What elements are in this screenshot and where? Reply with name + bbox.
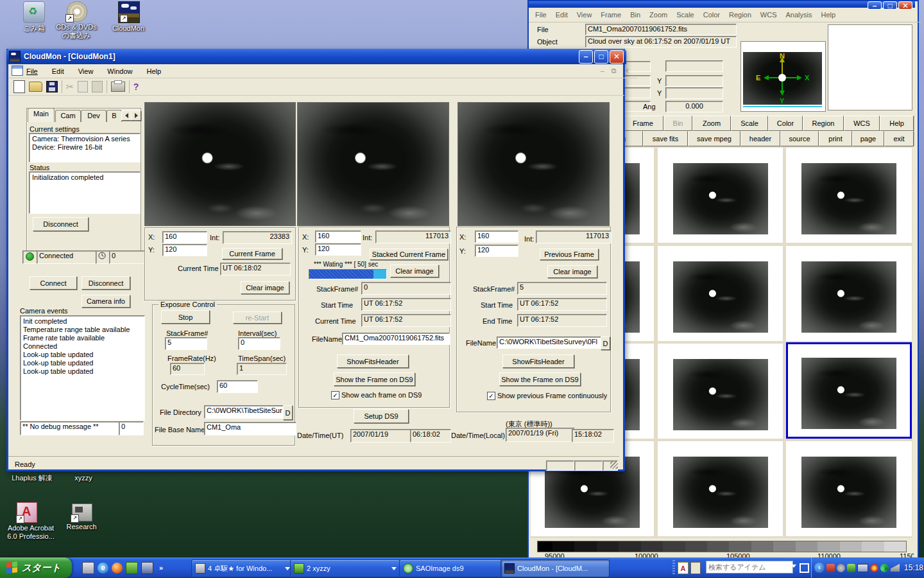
- previous-frame-image[interactable]: [458, 102, 610, 226]
- setup-ds9-button[interactable]: Setup DS9: [354, 409, 409, 423]
- task-button-ds9[interactable]: SAOImage ds9: [399, 559, 503, 577]
- internet-explorer-icon[interactable]: e: [98, 563, 108, 574]
- search-option-icon[interactable]: [800, 563, 809, 573]
- stacked-show-frame-ds9-button[interactable]: Show the Frame on DS9: [334, 372, 415, 386]
- current-clear-image-button[interactable]: Clear image: [241, 281, 289, 294]
- close-button[interactable]: ✕: [610, 50, 624, 64]
- paste-icon[interactable]: [92, 81, 103, 92]
- flower-app-icon[interactable]: [870, 564, 878, 572]
- mail-app-icon[interactable]: [82, 562, 94, 574]
- search-input[interactable]: [706, 561, 793, 574]
- file-directory-input[interactable]: C:\0WORK\TibetSiteSur: [204, 405, 286, 419]
- ds9-page-button[interactable]: page: [852, 131, 884, 146]
- disconnect-button[interactable]: Disconnect: [81, 276, 130, 290]
- touchpad-icon[interactable]: [857, 564, 868, 572]
- tab-scroll-left-button[interactable]: [121, 110, 132, 121]
- cycletime-input[interactable]: 60: [217, 380, 258, 393]
- restart-button[interactable]: re-Start: [233, 311, 282, 324]
- current-frame-image[interactable]: [144, 102, 296, 226]
- task-button-takkun[interactable]: 4 卓駆★ for Windo...: [191, 559, 294, 577]
- current-frame-button[interactable]: Current Frame: [222, 248, 282, 259]
- menu-file[interactable]: File: [26, 67, 38, 75]
- help-icon[interactable]: ?: [133, 82, 139, 92]
- stacked-x-input[interactable]: 160: [315, 231, 361, 243]
- ds9-color-button[interactable]: Color: [768, 116, 803, 131]
- resize-grip[interactable]: [610, 461, 618, 469]
- stacked-clear-image-button[interactable]: Clear image: [390, 265, 439, 277]
- frame-thumbnail[interactable]: [658, 344, 783, 439]
- menu-scale[interactable]: Scale: [676, 11, 694, 19]
- save-icon[interactable]: [46, 81, 58, 92]
- ds9-titlebar[interactable]: – □ ✕: [529, 1, 915, 8]
- file-base-name-input[interactable]: CM1_Oma: [204, 422, 296, 435]
- stacked-current-frame-button[interactable]: Stacked Current Frame: [370, 249, 448, 260]
- tab-dev[interactable]: Dev: [81, 110, 107, 122]
- open-file-icon[interactable]: [29, 82, 42, 92]
- frame-thumbnail[interactable]: [786, 148, 912, 243]
- task-button-xyzzy[interactable]: 2 xyzzy: [290, 559, 400, 577]
- menu-help[interactable]: Help: [821, 11, 836, 19]
- stacked-filename-input[interactable]: CM1_Oma20070119061752.fits: [342, 333, 450, 345]
- frame-thumbnail[interactable]: [786, 441, 912, 536]
- ds9-bin-button[interactable]: Bin: [663, 116, 692, 131]
- ds9-exit-button[interactable]: exit: [884, 131, 914, 146]
- frame-thumbnail[interactable]: [658, 246, 783, 341]
- menu-zoom[interactable]: Zoom: [649, 11, 667, 19]
- ds9-header-button[interactable]: header: [740, 131, 780, 146]
- print-icon[interactable]: [111, 82, 125, 92]
- ds9-print-button[interactable]: print: [819, 131, 852, 146]
- camera-info-button[interactable]: Camera info: [81, 295, 130, 308]
- camera-events-list[interactable]: Init completed Temperature range table a…: [20, 315, 145, 421]
- document-tray-icon[interactable]: [690, 562, 701, 574]
- previous-filename-input[interactable]: C:\0WORK\TibetSiteSurvey\0Fl: [497, 337, 604, 349]
- exposure-stackframe-input[interactable]: 5: [165, 337, 207, 350]
- quick-launch-overflow-chevron[interactable]: »: [159, 564, 163, 572]
- copy-icon[interactable]: [78, 81, 88, 92]
- wireless-disconnected-icon[interactable]: [891, 564, 900, 572]
- tab-cam[interactable]: Cam: [55, 110, 81, 122]
- directory-browse-button[interactable]: D: [283, 405, 293, 420]
- menu-view[interactable]: View: [577, 11, 592, 19]
- ds9-save-mpeg-button[interactable]: save mpeg: [688, 131, 740, 146]
- ds9-help-button[interactable]: Help: [880, 116, 914, 131]
- stacked-showfitsheader-button[interactable]: ShowFitsHeader: [337, 355, 409, 368]
- volume-muted-icon[interactable]: [837, 564, 845, 572]
- maximize-button[interactable]: □: [594, 50, 608, 64]
- menu-edit[interactable]: Edit: [52, 67, 64, 75]
- acrobat-tray-icon[interactable]: A: [678, 562, 689, 574]
- plant-utility-icon[interactable]: [847, 564, 855, 572]
- xyzzy-app-icon[interactable]: [126, 562, 138, 574]
- tab-scroll-right-button[interactable]: [131, 110, 141, 121]
- menu-help[interactable]: Help: [146, 67, 161, 75]
- search-dropdown-icon[interactable]: [791, 565, 796, 568]
- previous-show-frame-ds9-button[interactable]: Show the Frame on DS9: [499, 372, 581, 386]
- start-button[interactable]: スタート: [0, 557, 72, 578]
- current-x-input[interactable]: 160: [162, 231, 207, 243]
- menu-color[interactable]: Color: [703, 11, 720, 19]
- desktop-icon-xyzzy[interactable]: xyzzy: [64, 474, 103, 482]
- menu-wcs[interactable]: WCS: [760, 11, 777, 19]
- frame-thumbnail[interactable]: [658, 148, 783, 243]
- ds9-source-button[interactable]: source: [780, 131, 819, 146]
- menu-region[interactable]: Region: [729, 11, 751, 19]
- language-bar-collapse-icon[interactable]: ‹: [814, 563, 825, 573]
- new-file-icon[interactable]: [13, 80, 25, 93]
- security-shield-icon[interactable]: [826, 564, 835, 572]
- antivirus-icon[interactable]: [880, 564, 889, 572]
- ds9-save-fits-button[interactable]: save fits: [643, 131, 688, 146]
- previous-showfitsheader-button[interactable]: ShowFitsHeader: [502, 355, 574, 368]
- previous-clear-image-button[interactable]: Clear image: [547, 265, 597, 278]
- ds9-wcs-button[interactable]: WCS: [844, 116, 880, 131]
- menu-file[interactable]: File: [535, 11, 547, 19]
- interval-input[interactable]: 0: [238, 337, 280, 350]
- previous-directory-button[interactable]: D: [601, 337, 610, 350]
- frame-thumbnail[interactable]: [658, 441, 783, 536]
- cloudmon-titlebar[interactable]: CloudMon - [CloudMon1] – □ ✕: [6, 49, 626, 64]
- disconnect-tab-button[interactable]: Disconnect: [33, 217, 89, 231]
- desktop-icon-lhaplus[interactable]: Lhaplus 解凍: [3, 474, 62, 482]
- show-each-frame-checkbox[interactable]: ✓: [331, 391, 339, 399]
- ds9-scale-button[interactable]: Scale: [731, 116, 768, 131]
- previous-x-input[interactable]: 160: [475, 231, 518, 243]
- stop-button[interactable]: Stop: [161, 310, 210, 324]
- menu-frame[interactable]: Frame: [601, 11, 621, 19]
